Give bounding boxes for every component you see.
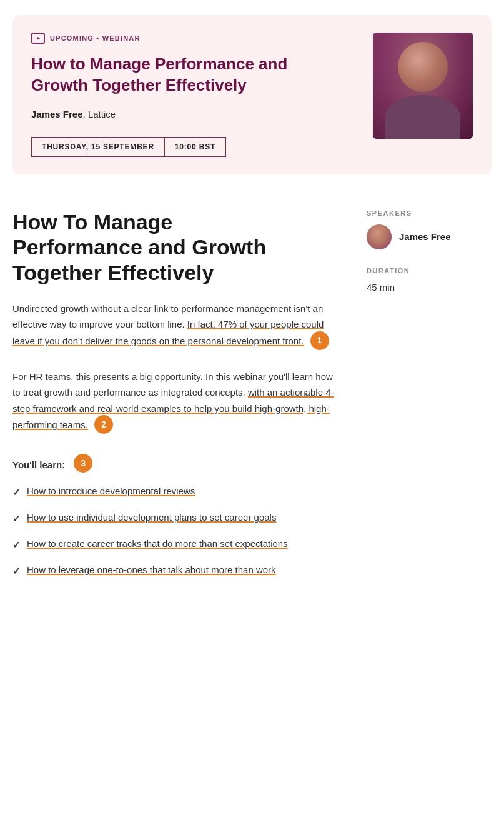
hero-title: How to Manage Performance and Growth Tog…: [31, 54, 331, 96]
learn-item-text: How to use individual development plans …: [27, 510, 276, 525]
annotation-badge-3: 3: [74, 454, 92, 473]
list-item: ✓ How to introduce developmental reviews: [12, 484, 342, 500]
main-title: How To Manage Performance and Growth Tog…: [12, 209, 342, 286]
learn-item-text: How to leverage one-to-ones that talk ab…: [27, 563, 276, 578]
speakers-label: SPEAKERS: [367, 209, 492, 217]
hero-speaker-name: James Free: [31, 109, 83, 119]
learn-section: You'll learn: 3 ✓ How to introduce devel…: [12, 455, 342, 579]
duration-label: DURATION: [367, 267, 492, 274]
hero-photo: [373, 33, 473, 139]
speaker-row: James Free: [367, 224, 492, 249]
main-content: How To Manage Performance and Growth Tog…: [0, 189, 504, 614]
list-item: ✓ How to use individual development plan…: [12, 510, 342, 526]
speaker-name: James Free: [399, 231, 451, 242]
video-icon: [31, 33, 45, 44]
checkmark-icon: ✓: [12, 485, 21, 500]
list-item: ✓ How to leverage one-to-ones that talk …: [12, 563, 342, 579]
avatar: [367, 224, 392, 249]
duration-value: 45 min: [367, 282, 492, 293]
speakers-section: SPEAKERS James Free: [367, 209, 492, 249]
list-item: ✓ How to create career tracks that do mo…: [12, 536, 342, 553]
hero-dates: THURSDAY, 15 SEPTEMBER 10:00 BST: [31, 137, 226, 157]
checkmark-icon: ✓: [12, 511, 21, 526]
paragraph-2: For HR teams, this presents a big opport…: [12, 369, 342, 436]
hero-badge-text: UPCOMING • WEBINAR: [50, 34, 141, 42]
checkmark-icon: ✓: [12, 538, 21, 553]
hero-time: 10:00 BST: [164, 137, 226, 157]
learn-heading: You'll learn: 3: [12, 455, 342, 474]
learn-item-text: How to create career tracks that do more…: [27, 536, 288, 551]
content-left: How To Manage Performance and Growth Tog…: [12, 209, 367, 589]
duration-section: DURATION 45 min: [367, 267, 492, 293]
paragraph-1: Undirected growth without a clear link t…: [12, 301, 342, 351]
annotation-badge-1: 1: [310, 331, 329, 350]
learn-item-text: How to introduce developmental reviews: [27, 484, 195, 499]
checkmark-icon: ✓: [12, 564, 21, 579]
hero-date: THURSDAY, 15 SEPTEMBER: [31, 137, 164, 157]
hero-speaker-org: Lattice: [88, 109, 116, 119]
sidebar: SPEAKERS James Free DURATION 45 min: [367, 209, 492, 589]
annotation-badge-2: 2: [94, 415, 113, 434]
hero-card: UPCOMING • WEBINAR How to Manage Perform…: [12, 15, 492, 174]
